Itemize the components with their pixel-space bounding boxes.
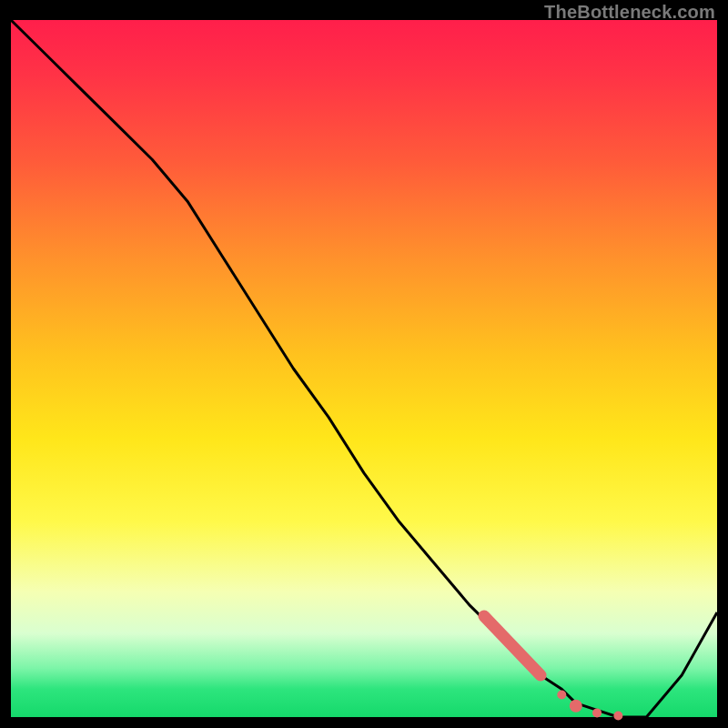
plot-area [11, 20, 717, 717]
marker-dot [613, 711, 622, 720]
marker-dot [557, 690, 566, 699]
marker-dot [592, 708, 602, 717]
marker-segment [484, 616, 541, 675]
marker-dot [570, 700, 582, 713]
chart-svg [11, 20, 717, 717]
chart-frame: TheBottleneck.com [0, 0, 728, 728]
bottleneck-curve [11, 20, 717, 717]
